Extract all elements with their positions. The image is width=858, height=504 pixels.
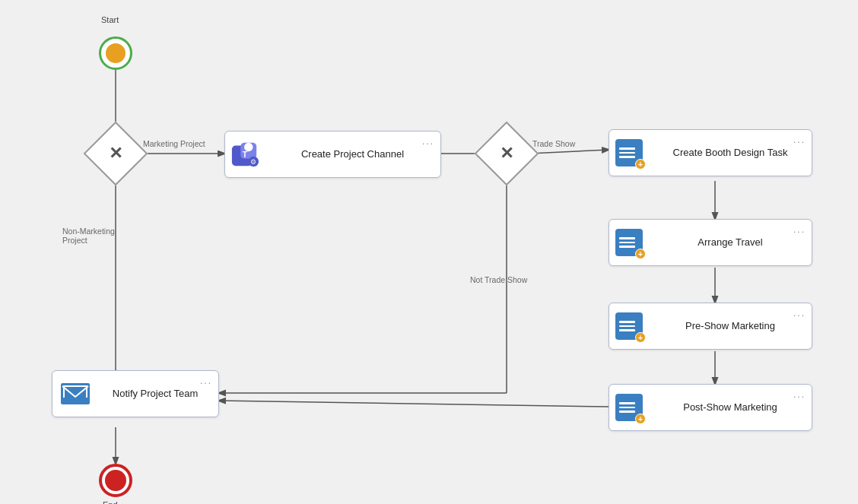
create-booth-design-task[interactable]: + Create Booth Design Task ... xyxy=(609,129,812,176)
notify-project-team-label: Notify Project Team xyxy=(92,385,218,404)
end-label: End xyxy=(103,500,118,504)
create-project-channel-label: Create Project Channel xyxy=(265,145,440,164)
create-project-channel-menu[interactable]: ... xyxy=(422,136,434,147)
workflow-canvas: Start ✕ Marketing Project Non-MarketingP… xyxy=(0,0,858,504)
pre-show-marketing-task[interactable]: + Pre-Show Marketing ... xyxy=(609,303,812,350)
pre-show-icon: + xyxy=(609,303,649,349)
start-inner xyxy=(106,43,126,63)
post-show-marketing-label: Post-Show Marketing xyxy=(649,398,812,417)
svg-text:⚙: ⚙ xyxy=(250,158,256,166)
notify-mail-icon xyxy=(52,371,92,417)
pre-show-marketing-label: Pre-Show Marketing xyxy=(649,317,812,336)
start-event[interactable] xyxy=(99,36,132,70)
arrange-travel-task[interactable]: + Arrange Travel ... xyxy=(609,219,812,266)
post-show-marketing-task[interactable]: + Post-Show Marketing ... xyxy=(609,384,812,431)
notify-project-team-menu[interactable]: ... xyxy=(200,376,212,386)
notify-project-team-task[interactable]: Notify Project Team ... xyxy=(52,370,219,417)
non-marketing-label: Non-MarketingProject xyxy=(62,227,115,245)
arrange-travel-menu[interactable]: ... xyxy=(793,224,806,235)
teams-icon-container: T ⚙ xyxy=(225,132,265,177)
teams-icon: T ⚙ xyxy=(230,140,259,169)
booth-task-icon: + xyxy=(609,130,649,176)
start-label: Start xyxy=(101,15,119,24)
svg-rect-18 xyxy=(61,383,90,404)
create-booth-design-label: Create Booth Design Task xyxy=(649,144,812,163)
gateway-2[interactable]: ✕ xyxy=(484,131,529,176)
post-show-icon: + xyxy=(609,385,649,430)
pre-show-marketing-menu[interactable]: ... xyxy=(793,308,806,319)
post-show-marketing-menu[interactable]: ... xyxy=(793,389,806,400)
arrange-travel-icon: + xyxy=(609,220,649,265)
svg-text:T: T xyxy=(243,151,248,159)
create-booth-design-menu[interactable]: ... xyxy=(793,135,806,145)
end-inner xyxy=(105,470,126,491)
not-trade-show-label: Not Trade Show xyxy=(470,275,527,284)
gateway-1[interactable]: ✕ xyxy=(93,131,138,176)
create-project-channel-task[interactable]: T ⚙ Create Project Channel ... xyxy=(224,131,441,178)
trade-show-label: Trade Show xyxy=(532,139,575,148)
arrange-travel-label: Arrange Travel xyxy=(649,233,812,252)
svg-line-3 xyxy=(529,150,609,154)
svg-line-10 xyxy=(219,401,609,407)
end-event[interactable] xyxy=(99,464,132,497)
marketing-project-label: Marketing Project xyxy=(143,139,205,148)
